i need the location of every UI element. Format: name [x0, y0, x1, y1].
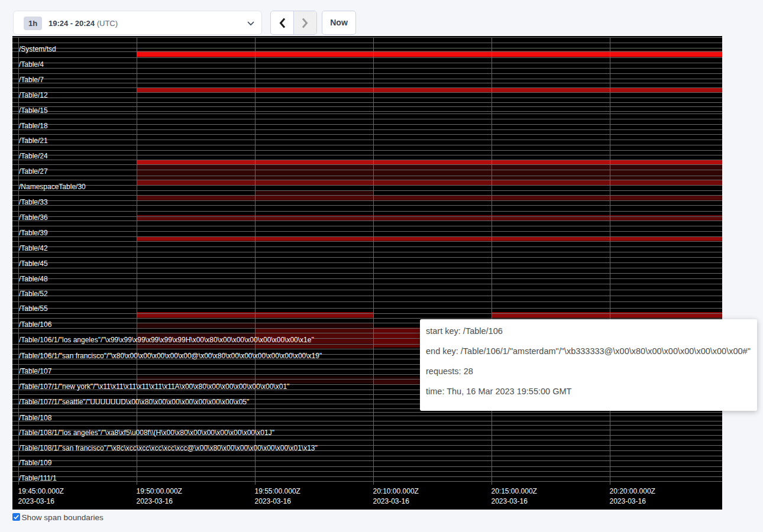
svg-text:/Table/111/1: /Table/111/1 — [19, 474, 57, 482]
svg-text:2023-03-16: 2023-03-16 — [373, 497, 410, 505]
svg-text:/Table/106/1/"san francisco"/": /Table/106/1/"san francisco"/"\x80\x00\x… — [19, 352, 322, 360]
svg-text:/Table/52: /Table/52 — [19, 290, 48, 298]
svg-text:19:50:00.000Z: 19:50:00.000Z — [137, 487, 182, 495]
svg-text:/Table/24: /Table/24 — [19, 152, 48, 160]
svg-text:/Table/109: /Table/109 — [19, 459, 52, 467]
svg-text:19:55:00.000Z: 19:55:00.000Z — [255, 487, 300, 495]
svg-text:/Table/107/1/"new york"/"\x11\: /Table/107/1/"new york"/"\x11\x11\x11\x1… — [19, 382, 289, 391]
svg-text:/Table/106: /Table/106 — [19, 320, 52, 329]
svg-text:/Table/7: /Table/7 — [19, 76, 44, 84]
svg-text:/Table/42: /Table/42 — [19, 244, 48, 252]
svg-text:/Table/48: /Table/48 — [19, 275, 48, 283]
svg-text:/Table/12: /Table/12 — [19, 91, 48, 99]
svg-text:/Table/4: /Table/4 — [19, 60, 44, 69]
svg-text:/Table/18: /Table/18 — [19, 122, 48, 130]
svg-text:20:15:00.000Z: 20:15:00.000Z — [492, 487, 537, 495]
svg-text:20:10:00.000Z: 20:10:00.000Z — [373, 487, 419, 495]
svg-text:/Table/21: /Table/21 — [19, 137, 48, 145]
svg-text:/Table/39: /Table/39 — [19, 229, 48, 237]
svg-text:/Table/33: /Table/33 — [19, 198, 48, 206]
svg-text:2023-03-16: 2023-03-16 — [137, 497, 173, 505]
svg-text:/Table/55: /Table/55 — [19, 304, 48, 313]
svg-text:/NamespaceTable/30: /NamespaceTable/30 — [19, 183, 86, 191]
svg-text:/Table/107: /Table/107 — [19, 367, 52, 375]
svg-text:2023-03-16: 2023-03-16 — [610, 497, 646, 505]
svg-text:2023-03-16: 2023-03-16 — [492, 497, 528, 505]
svg-text:/System/tsd: /System/tsd — [19, 45, 56, 53]
svg-text:/Table/107/1/"seattle"/"UUUUUU: /Table/107/1/"seattle"/"UUUUUUD\x00\x80\… — [19, 398, 249, 406]
svg-text:/Table/108: /Table/108 — [19, 414, 52, 422]
svg-text:/Table/15: /Table/15 — [19, 106, 48, 115]
svg-text:/Table/27: /Table/27 — [19, 167, 48, 176]
svg-text:/Table/36: /Table/36 — [19, 213, 48, 222]
svg-text:/Table/108/1/"los angeles"/"\x: /Table/108/1/"los angeles"/"\xa8\xf5\u00… — [19, 429, 274, 437]
svg-text:/Table/108/1/"san francisco"/": /Table/108/1/"san francisco"/"\x8c\xcc\x… — [19, 444, 318, 452]
svg-text:20:20:00.000Z: 20:20:00.000Z — [610, 487, 655, 495]
svg-text:/Table/106/1/"los angeles"/"\x: /Table/106/1/"los angeles"/"\x99\x99\x99… — [19, 336, 314, 344]
svg-text:2023-03-16: 2023-03-16 — [255, 497, 292, 505]
svg-text:2023-03-16: 2023-03-16 — [18, 497, 55, 505]
svg-text:/Table/45: /Table/45 — [19, 259, 48, 268]
svg-text:19:45:00.000Z: 19:45:00.000Z — [18, 487, 64, 495]
